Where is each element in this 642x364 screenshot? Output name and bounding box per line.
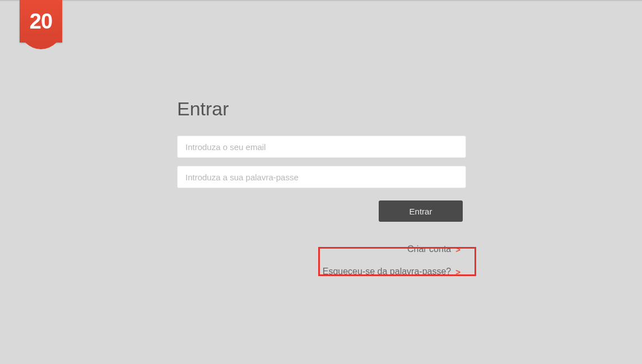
logo-text: 20: [30, 10, 52, 34]
create-account-link[interactable]: Criar conta >: [399, 241, 466, 258]
chevron-right-icon: >: [455, 245, 460, 254]
logo-ribbon[interactable]: 20: [20, 0, 62, 50]
logo-ribbon-tail: [20, 43, 62, 50]
logo-body: 20: [20, 0, 62, 43]
links-row: Criar conta > Esqueceu-se da palavra-pas…: [177, 241, 466, 280]
email-field[interactable]: [177, 136, 466, 158]
login-button[interactable]: Entrar: [379, 200, 463, 222]
button-row: Entrar: [177, 200, 466, 222]
top-bar: [0, 0, 642, 1]
chevron-right-icon: >: [455, 267, 460, 277]
forgot-password-link[interactable]: Esqueceu-se da palavra-passe? >: [315, 263, 466, 280]
create-account-label: Criar conta: [407, 244, 451, 254]
password-field[interactable]: [177, 166, 466, 188]
forgot-password-label: Esqueceu-se da palavra-passe?: [323, 267, 451, 277]
login-title: Entrar: [177, 98, 466, 120]
login-form: Entrar Entrar Criar conta > Esqueceu-se …: [177, 98, 466, 280]
